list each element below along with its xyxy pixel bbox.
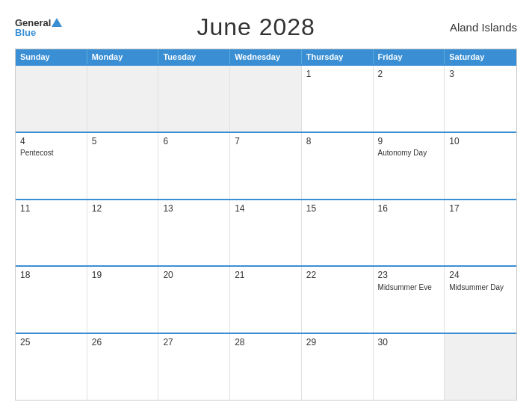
day-cell-june10: 10 [445,133,516,199]
day-number: 19 [92,270,154,282]
day-number: 12 [92,203,154,215]
calendar-page: General Blue June 2028 Aland Islands Sun… [0,0,532,411]
page-header: General Blue June 2028 Aland Islands [15,13,517,41]
week-row-3: 11 12 13 14 15 16 17 [16,199,516,266]
day-event: Midsummer Eve [378,282,440,292]
day-number: 21 [235,270,297,282]
day-cell-june21: 21 [230,267,302,333]
day-number: 1 [306,69,368,81]
week-row-2: 4 Pentecost 5 6 7 8 9 Autonomy Day [16,132,516,199]
day-cell-june29: 29 [302,334,374,400]
logo-triangle-icon [52,18,62,27]
day-number: 27 [163,337,225,349]
day-number: 20 [163,270,225,282]
logo-text: General Blue [15,18,62,37]
day-number: 13 [163,203,225,215]
day-cell-empty [445,334,516,400]
header-saturday: Saturday [445,49,516,64]
day-cell-june6: 6 [158,133,230,199]
day-cell-june17: 17 [445,200,516,266]
day-number: 3 [449,69,512,81]
day-cell-june20: 20 [158,267,230,333]
day-number: 14 [235,203,297,215]
day-number: 22 [306,270,368,282]
logo-general-text: General [15,18,51,28]
day-number: 8 [306,136,368,148]
day-cell-june5: 5 [87,133,159,199]
day-cell-june2: 2 [374,66,445,132]
day-cell-june1: 1 [302,66,374,132]
logo: General Blue [15,18,62,37]
day-number: 15 [306,203,368,215]
day-cell [87,66,159,132]
day-number: 16 [378,203,440,215]
header-thursday: Thursday [302,49,374,64]
logo-blue-text: Blue [15,28,62,37]
day-cell-june3: 3 [445,66,516,132]
day-cell [230,66,302,132]
day-cell-june15: 15 [302,200,374,266]
day-number: 30 [378,337,440,349]
week-row-4: 18 19 20 21 22 23 Midsummer Eve [16,265,516,333]
day-number: 17 [449,203,512,215]
day-cell-june24: 24 Midsummer Day [445,267,516,333]
day-number: 2 [378,69,440,81]
day-number: 4 [20,136,82,148]
day-cell-june27: 27 [158,334,230,400]
day-event: Autonomy Day [378,148,440,158]
calendar-grid: Sunday Monday Tuesday Wednesday Thursday… [15,49,517,401]
day-event: Pentecost [20,148,82,158]
day-cell-june7: 7 [230,133,302,199]
weeks-container: 1 2 3 4 Pentecost 5 6 [16,64,516,400]
week-row-5: 25 26 27 28 29 30 [16,333,516,400]
day-cell-june14: 14 [230,200,302,266]
day-cell-june26: 26 [87,334,159,400]
day-number: 26 [92,337,154,349]
day-cell-june13: 13 [158,200,230,266]
day-cell [158,66,230,132]
day-cell [16,66,87,132]
calendar-title: June 2028 [197,13,315,41]
day-number: 6 [163,136,225,148]
day-number: 23 [378,270,440,282]
week-row-1: 1 2 3 [16,64,516,132]
day-cell-june25: 25 [16,334,87,400]
day-cell-june11: 11 [16,200,87,266]
day-cell-june30: 30 [374,334,445,400]
day-event: Midsummer Day [449,282,512,292]
day-cell-june12: 12 [87,200,159,266]
day-number: 10 [449,136,512,148]
day-cell-june16: 16 [374,200,445,266]
day-headers-row: Sunday Monday Tuesday Wednesday Thursday… [16,49,516,64]
day-cell-june8: 8 [302,133,374,199]
day-number: 9 [378,136,440,148]
day-number: 29 [306,337,368,349]
header-friday: Friday [374,49,445,64]
day-cell-june4: 4 Pentecost [16,133,87,199]
header-monday: Monday [87,49,159,64]
day-cell-june19: 19 [87,267,159,333]
header-wednesday: Wednesday [230,49,302,64]
day-cell-june28: 28 [230,334,302,400]
day-cell-june22: 22 [302,267,374,333]
day-number: 24 [449,270,512,282]
day-number: 7 [235,136,297,148]
header-tuesday: Tuesday [158,49,230,64]
day-cell-june9: 9 Autonomy Day [374,133,445,199]
day-cell-june18: 18 [16,267,87,333]
header-sunday: Sunday [16,49,87,64]
day-number: 18 [20,270,82,282]
region-label: Aland Islands [450,21,517,34]
day-cell-june23: 23 Midsummer Eve [374,267,445,333]
day-number: 11 [20,203,82,215]
day-number: 28 [235,337,297,349]
day-number: 25 [20,337,82,349]
day-number: 5 [92,136,154,148]
